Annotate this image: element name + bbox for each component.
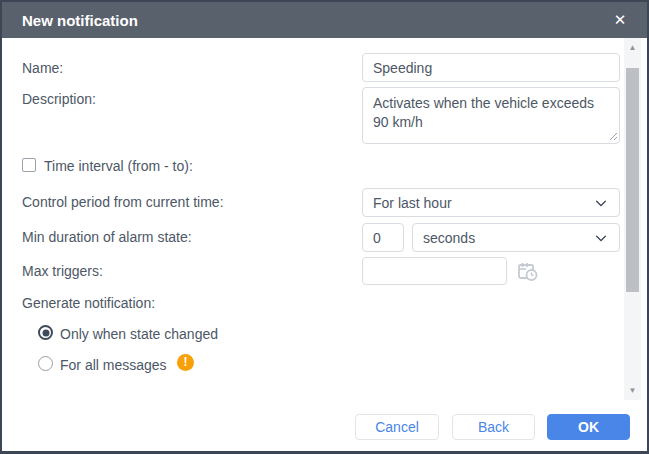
min-duration-input[interactable] (362, 223, 404, 252)
min-duration-unit-value: seconds (423, 230, 475, 246)
name-input[interactable] (362, 53, 620, 82)
chevron-down-icon (595, 195, 606, 206)
scrollbar[interactable]: ▲ ▼ (624, 38, 641, 400)
dialog-title: New notification (2, 12, 138, 29)
control-period-value: For last hour (373, 195, 452, 211)
scroll-up-icon[interactable]: ▲ (624, 40, 641, 55)
min-duration-unit-select[interactable]: seconds (412, 223, 620, 252)
description-textarea[interactable]: Activates when the vehicle exceeds 90 km… (362, 87, 620, 144)
scrollbar-thumb[interactable] (626, 68, 639, 292)
chevron-down-icon (595, 230, 606, 241)
warning-icon: ! (177, 354, 194, 371)
generate-notification-label: Generate notification: (22, 294, 155, 312)
dialog-titlebar: New notification (2, 2, 647, 38)
max-triggers-label: Max triggers: (22, 262, 103, 280)
close-icon[interactable]: ✕ (609, 2, 631, 38)
min-duration-label: Min duration of alarm state: (22, 228, 192, 246)
radio-for-all-messages[interactable] (38, 356, 53, 371)
description-label: Description: (22, 90, 96, 108)
radio-only-when-state-changed[interactable] (38, 325, 53, 340)
control-period-select[interactable]: For last hour (362, 188, 620, 217)
cancel-button[interactable]: Cancel (355, 414, 439, 440)
radio-for-all-messages-label: For all messages (60, 356, 167, 374)
name-label: Name: (22, 59, 63, 77)
new-notification-dialog: New notification ✕ Name: Description: Ac… (0, 0, 649, 454)
time-interval-checkbox[interactable] (22, 158, 36, 172)
radio-only-when-state-changed-label: Only when state changed (60, 325, 218, 343)
back-button[interactable]: Back (452, 414, 535, 440)
time-interval-label: Time interval (from - to): (44, 157, 193, 175)
max-triggers-input[interactable] (362, 257, 507, 285)
control-period-label: Control period from current time: (22, 193, 224, 211)
calendar-clock-icon[interactable] (517, 261, 539, 282)
scroll-down-icon[interactable]: ▼ (624, 383, 641, 398)
ok-button[interactable]: OK (547, 414, 630, 440)
